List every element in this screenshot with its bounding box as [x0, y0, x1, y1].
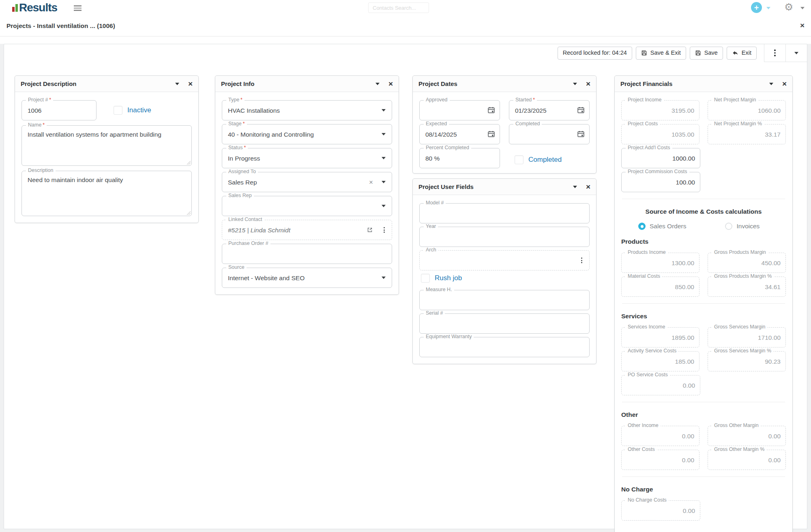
collapse-panel-icon[interactable] — [769, 83, 773, 85]
net-project-margin-pct-field: Net Project Margin % 33.17 — [708, 124, 786, 144]
chevron-down-icon[interactable] — [382, 109, 386, 112]
completed-date-field[interactable]: Completed — [509, 124, 590, 144]
save-button[interactable]: Save — [690, 47, 723, 59]
rush-job-checkbox[interactable]: Rush job — [421, 274, 462, 283]
po-service-costs-field: PO Service Costs 0.00 — [621, 375, 700, 395]
year-field[interactable]: Year — [419, 227, 590, 247]
exit-button[interactable]: Exit — [727, 47, 757, 59]
contacts-search-input[interactable] — [368, 2, 429, 13]
close-panel-icon[interactable]: × — [388, 80, 393, 88]
chevron-down-icon[interactable] — [382, 205, 386, 207]
calendar-icon[interactable] — [487, 106, 495, 116]
floppy-icon — [641, 50, 647, 56]
more-options-button[interactable] — [764, 44, 785, 62]
back-arrow-icon — [732, 50, 738, 56]
collapse-panel-icon[interactable] — [375, 83, 380, 85]
project-financials-panel: Project Financials × Project Income 3195… — [614, 75, 793, 532]
close-panel-icon[interactable]: × — [586, 80, 590, 88]
open-external-icon[interactable] — [367, 227, 373, 235]
calendar-icon[interactable] — [577, 130, 585, 139]
started-date-field[interactable]: Started* 01/23/2025 — [509, 100, 590, 120]
divider — [622, 476, 785, 477]
project-description-panel: Project Description × Project #* 1006 — [15, 75, 199, 223]
calendar-icon[interactable] — [487, 130, 495, 139]
contact-menu-kebab-icon[interactable] — [384, 227, 385, 233]
project-commission-costs-field[interactable]: Project Commission Costs 100.00 — [621, 172, 700, 192]
hamburger-menu-icon[interactable] — [74, 5, 82, 12]
project-income-field: Project Income 3195.00 — [621, 100, 699, 120]
add-button[interactable]: + — [751, 2, 762, 13]
clear-icon[interactable]: × — [369, 178, 373, 187]
add-dropdown-caret-icon[interactable] — [766, 7, 770, 9]
gross-other-margin-pct-field: Gross Other Margin % 0.00 — [708, 450, 786, 470]
close-record-icon[interactable]: × — [800, 21, 805, 30]
chevron-down-icon[interactable] — [382, 133, 386, 135]
serial-number-field[interactable]: Serial # — [419, 313, 590, 334]
gross-products-margin-pct-field: Gross Products Margin % 34.61 — [708, 277, 786, 297]
settings-dropdown-caret-icon[interactable] — [800, 7, 805, 9]
chevron-down-icon[interactable] — [382, 157, 386, 159]
purchase-order-field[interactable]: Purchase Order # — [222, 244, 392, 264]
sales-rep-select[interactable]: Sales Rep — [222, 196, 392, 216]
inactive-checkbox[interactable]: Inactive — [114, 106, 151, 115]
equipment-warranty-field[interactable]: Equipment Warranty — [419, 337, 590, 357]
invoices-radio[interactable]: Invoices — [725, 223, 760, 230]
percent-completed-field[interactable]: Percent Completed 80 % — [419, 148, 500, 168]
save-and-exit-button[interactable]: Save & Exit — [636, 47, 686, 59]
project-addl-costs-field[interactable]: Project Add'l Costs 1000.00 — [621, 148, 700, 168]
project-number-field[interactable]: Project #* 1006 — [21, 100, 97, 120]
breadcrumb: Projects - Install ventilation ... (1006… — [6, 22, 115, 30]
arch-field[interactable]: Arch — [419, 250, 590, 270]
floppy-icon — [695, 50, 701, 56]
checkbox-icon — [515, 155, 524, 164]
measure-h-field[interactable]: Measure H. — [419, 290, 590, 310]
gear-icon[interactable]: ⚙ — [784, 0, 793, 14]
status-select[interactable]: Status* In Progress — [222, 148, 392, 168]
app-logo: Results — [12, 2, 57, 13]
panel-title: Project Dates — [418, 80, 457, 87]
breadcrumb-bar: Projects - Install ventilation ... (1006… — [0, 15, 811, 36]
model-number-field[interactable]: Model # — [419, 203, 590, 223]
calendar-icon[interactable] — [577, 106, 585, 116]
description-textarea[interactable]: Description Need to maintain indoor air … — [21, 171, 192, 216]
close-panel-icon[interactable]: × — [782, 80, 787, 88]
completed-checkbox[interactable]: Completed — [515, 151, 590, 168]
collapse-panel-icon[interactable] — [573, 186, 577, 188]
checkbox-icon — [114, 106, 122, 115]
record-locked-badge: Record locked for: 04:24 — [558, 47, 632, 59]
approved-date-field[interactable]: Approved — [419, 100, 500, 120]
source-of-income-heading: Source of Income & Costs calculations — [621, 208, 786, 215]
collapse-panel-icon[interactable] — [573, 83, 577, 85]
record-card: Record locked for: 04:24 Save & Exit Sav… — [4, 44, 807, 529]
services-income-field: Services Income 1895.00 — [621, 327, 699, 348]
close-panel-icon[interactable]: × — [586, 183, 590, 191]
project-costs-field: Project Costs 1035.00 — [621, 124, 699, 144]
name-textarea[interactable]: Name* Install ventilation systems for ap… — [21, 125, 192, 166]
other-heading: Other — [621, 411, 786, 418]
close-panel-icon[interactable]: × — [188, 80, 193, 88]
products-heading: Products — [621, 238, 786, 245]
expected-date-field[interactable]: Expected 08/14/2025 — [419, 124, 500, 144]
chevron-down-icon[interactable] — [382, 277, 386, 279]
divider — [622, 199, 785, 199]
stage-select[interactable]: Stage* 40 - Monitoring and Controlling — [222, 124, 392, 144]
panel-title: Project User Fields — [418, 183, 474, 190]
assigned-to-select[interactable]: Assigned To Sales Rep × — [222, 172, 392, 192]
products-income-field: Products Income 1300.00 — [621, 253, 699, 273]
panel-title: Project Financials — [620, 80, 672, 87]
source-select[interactable]: Source Internet - Website and SEO — [222, 268, 392, 288]
checkbox-icon — [421, 274, 430, 283]
panel-title: Project Description — [21, 80, 77, 87]
project-user-fields-panel: Project User Fields × Model # Year — [412, 178, 596, 364]
no-charge-heading: No Charge — [621, 486, 786, 493]
arch-menu-kebab-icon[interactable] — [581, 257, 582, 263]
linked-contact-field[interactable]: Linked Contact #5215 | Linda Schmidt — [222, 220, 392, 240]
record-toolbar: Record locked for: 04:24 Save & Exit Sav… — [4, 44, 807, 62]
chevron-down-icon[interactable] — [382, 181, 386, 183]
collapse-panel-icon[interactable] — [175, 83, 179, 85]
toolbar-dropdown-button[interactable] — [785, 44, 807, 62]
type-select[interactable]: Type* HVAC Installations — [222, 100, 392, 120]
gross-other-margin-field: Gross Other Margin 0.00 — [708, 426, 786, 446]
sales-orders-radio[interactable]: Sales Orders — [638, 223, 686, 230]
divider — [622, 402, 785, 402]
